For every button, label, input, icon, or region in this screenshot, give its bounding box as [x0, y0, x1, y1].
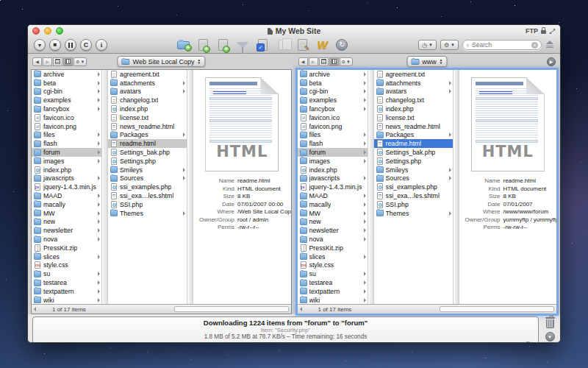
list-item[interactable]: SSI.php — [374, 200, 453, 209]
list-item[interactable]: slices — [32, 252, 101, 261]
stop-button[interactable] — [49, 39, 61, 51]
list-item[interactable]: images — [298, 157, 368, 166]
list-item[interactable]: ssi_exa…les.shtml — [374, 191, 453, 200]
list-item[interactable]: macally — [298, 200, 368, 209]
list-item[interactable]: Sources — [374, 174, 453, 183]
list-item[interactable]: ssi_exa…les.shtml — [108, 191, 187, 200]
list-item[interactable]: jquery-1.4.3.min.js — [32, 183, 101, 191]
list-item[interactable]: Themes — [374, 209, 453, 218]
list-item[interactable]: Sources — [108, 174, 187, 183]
copy-queue-icon[interactable] — [275, 38, 290, 52]
list-item[interactable]: favicon.png — [32, 122, 101, 131]
pause-button[interactable] — [65, 39, 76, 51]
minimize-button[interactable] — [44, 27, 51, 35]
list-item[interactable]: favicon.png — [298, 122, 368, 131]
list-item[interactable]: forum — [298, 148, 368, 157]
list-item[interactable]: news_readme.html — [108, 122, 187, 131]
list-item[interactable]: files — [298, 131, 368, 140]
list-item[interactable]: textpattern — [298, 287, 368, 296]
list-item[interactable]: Settings_bak.php — [374, 148, 453, 157]
search-field[interactable]: ⌕ × — [462, 40, 542, 50]
scrollbar[interactable] — [102, 70, 108, 304]
list-view-button[interactable] — [53, 57, 62, 66]
scroll-left-icon[interactable] — [300, 307, 302, 311]
duplicate-file-icon[interactable] — [215, 38, 230, 52]
list-item[interactable]: examples — [32, 96, 101, 105]
list-item[interactable]: index.php — [298, 166, 368, 174]
list-item[interactable]: nova — [32, 235, 101, 244]
list-item[interactable]: MW — [298, 209, 368, 218]
list-item[interactable]: images — [32, 157, 101, 166]
list-item[interactable]: textpattern — [32, 287, 101, 296]
list-item[interactable]: forum — [32, 148, 101, 157]
web-bookmark-icon[interactable] — [315, 38, 329, 52]
list-item[interactable]: license.txt — [108, 113, 187, 122]
horizontal-scrollbar[interactable] — [440, 306, 554, 312]
list-item[interactable]: archive — [298, 70, 368, 79]
list-item[interactable]: MW — [32, 209, 101, 218]
back-button[interactable]: ◀ — [298, 57, 308, 66]
play-button[interactable]: ▶ — [547, 57, 556, 66]
list-item[interactable]: MAAD — [32, 191, 101, 200]
list-item[interactable]: agreement.txt — [374, 70, 453, 79]
task-list-icon[interactable] — [255, 38, 270, 52]
list-view-button[interactable] — [319, 57, 329, 66]
skip-item-button[interactable]: ▼ — [545, 332, 555, 342]
list-item[interactable]: style.css — [32, 261, 101, 270]
refresh-button[interactable] — [80, 39, 92, 51]
list-item[interactable]: flash — [298, 139, 368, 148]
scroll-left-icon[interactable] — [34, 307, 36, 311]
list-item[interactable]: files — [32, 131, 101, 140]
download-button[interactable] — [34, 39, 46, 51]
search-input[interactable] — [472, 41, 529, 49]
list-item[interactable]: fancybox — [32, 105, 101, 113]
list-item[interactable]: Smileys — [108, 166, 187, 174]
list-item[interactable]: flash — [32, 139, 101, 148]
list-item[interactable]: index.php — [108, 105, 187, 113]
scrollbar[interactable] — [187, 70, 193, 304]
cancel-transfer-button[interactable]: × — [524, 342, 532, 343]
fullscreen-icon[interactable]: ↗↙ — [549, 28, 556, 35]
list-item[interactable]: newsletter — [32, 226, 101, 235]
horizontal-scrollbar[interactable] — [174, 306, 289, 312]
list-item[interactable]: readme.html — [108, 139, 187, 148]
list-item[interactable]: Packages — [374, 131, 453, 140]
clear-search-icon[interactable]: × — [531, 42, 538, 49]
list-item[interactable]: macally — [32, 200, 101, 209]
list-item[interactable]: su — [32, 269, 101, 278]
action-menu-button[interactable]: ⚙▼ — [340, 57, 353, 66]
list-item[interactable]: Packages — [108, 131, 187, 140]
list-item[interactable]: ssi_examples.php — [108, 183, 187, 191]
list-item[interactable]: testarea — [298, 278, 368, 287]
list-item[interactable]: newsletter — [298, 226, 368, 235]
list-item[interactable]: cgi-bin — [32, 88, 101, 96]
filter-icon[interactable] — [235, 38, 250, 52]
settings-gear-button[interactable]: ⚙ ▼ — [440, 40, 459, 50]
list-item[interactable]: wiki — [32, 296, 101, 304]
list-item[interactable]: cgi-bin — [298, 88, 368, 96]
list-item[interactable]: favicon.ico — [32, 113, 101, 122]
action-menu-button[interactable]: ⚙▼ — [74, 57, 87, 66]
list-item[interactable]: su — [298, 269, 368, 278]
list-item[interactable]: archive — [32, 70, 101, 79]
list-item[interactable]: beta — [298, 79, 368, 88]
list-item[interactable]: changelog.txt — [374, 96, 453, 105]
list-item[interactable]: nova — [298, 235, 368, 244]
scrollbar[interactable] — [453, 70, 459, 304]
sync-icon[interactable] — [334, 38, 349, 52]
list-item[interactable]: wiki — [298, 296, 368, 304]
history-clock-button[interactable]: ◷ ▼ — [418, 40, 437, 50]
list-item[interactable]: changelog.txt — [108, 96, 187, 105]
list-item[interactable]: PressKit.zip — [32, 244, 101, 252]
forward-button[interactable]: ▶ — [43, 57, 52, 66]
list-item[interactable]: Smileys — [374, 166, 453, 174]
close-button[interactable] — [32, 27, 40, 35]
list-item[interactable]: Themes — [108, 209, 187, 218]
list-item[interactable]: javascripts — [32, 174, 101, 183]
list-item[interactable]: attachments — [108, 79, 187, 88]
edit-file-icon[interactable] — [295, 38, 309, 52]
list-item[interactable]: MAAD — [298, 191, 368, 200]
list-item[interactable]: attachments — [374, 79, 453, 88]
column-view-button[interactable] — [329, 57, 339, 66]
list-item[interactable]: ssi_examples.php — [374, 183, 453, 191]
